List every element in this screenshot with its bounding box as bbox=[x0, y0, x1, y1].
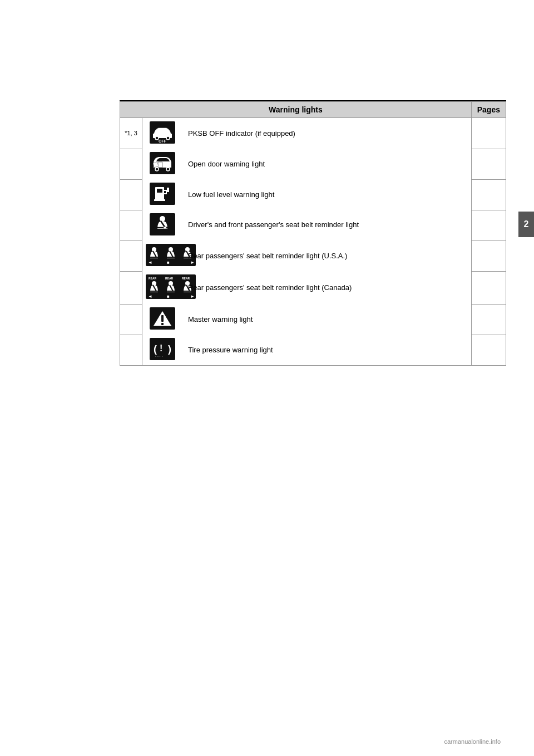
row-note-4 bbox=[120, 210, 142, 240]
row-pages-5 bbox=[471, 240, 506, 271]
row-pages-8 bbox=[471, 335, 506, 366]
row-label-2: Open door warning light bbox=[184, 160, 265, 168]
row-note-2 bbox=[120, 149, 142, 179]
svg-text:REAR: REAR bbox=[149, 277, 157, 280]
row-pages-3 bbox=[471, 179, 506, 210]
row-note-5 bbox=[120, 240, 142, 271]
low-fuel-icon bbox=[146, 183, 179, 207]
pksb-off-icon: OFF bbox=[146, 121, 179, 145]
row-pages-1 bbox=[471, 118, 506, 149]
master-warning-icon bbox=[146, 307, 179, 331]
table-header-col2: Pages bbox=[471, 102, 506, 118]
row-content-7: Master warning light bbox=[142, 304, 471, 335]
row-label-1: PKSB OFF indicator (if equipped) bbox=[184, 129, 295, 138]
svg-text:REAR: REAR bbox=[165, 277, 174, 280]
table-wrapper: Warning lights Pages *1, 3 bbox=[120, 101, 506, 366]
svg-rect-12 bbox=[157, 189, 162, 193]
page-container: Warning lights Pages *1, 3 bbox=[0, 0, 534, 756]
row-label-7: Master warning light bbox=[184, 315, 253, 323]
svg-point-26 bbox=[185, 247, 190, 252]
row-label-5: Rear passengers' seat belt reminder ligh… bbox=[184, 252, 347, 260]
svg-text:· · · ·: · · · · bbox=[155, 355, 163, 359]
row-note-7 bbox=[120, 304, 142, 335]
row-pages-7 bbox=[471, 304, 506, 335]
svg-point-8 bbox=[155, 168, 159, 171]
footnote-1: *1, 3 bbox=[125, 130, 137, 136]
svg-text:(: ( bbox=[154, 343, 157, 355]
row-content-4: Driver's and front passenger's seat belt… bbox=[142, 210, 471, 240]
row-label-6: Rear passengers' seat belt reminder ligh… bbox=[184, 283, 352, 292]
table-row: ◄ ■ ► Rear passengers' seat belt reminde… bbox=[120, 240, 506, 271]
row-pages-2 bbox=[471, 149, 506, 179]
svg-rect-13 bbox=[154, 199, 165, 201]
svg-point-3 bbox=[166, 136, 170, 140]
table-row: Driver's and front passenger's seat belt… bbox=[120, 210, 506, 240]
svg-text:■: ■ bbox=[167, 294, 170, 299]
svg-text:OFF: OFF bbox=[159, 139, 167, 143]
svg-text:): ) bbox=[168, 343, 171, 355]
svg-text:■: ■ bbox=[167, 260, 170, 265]
row-pages-6 bbox=[471, 271, 506, 304]
svg-text:REAR: REAR bbox=[182, 277, 190, 280]
table-row: REAR REAR REAR bbox=[120, 271, 506, 304]
rear-seatbelt-canada-icon: REAR REAR REAR bbox=[146, 274, 179, 301]
svg-point-15 bbox=[160, 216, 165, 222]
table-row: Low fuel level warning light bbox=[120, 179, 506, 210]
svg-rect-50 bbox=[161, 315, 164, 322]
table-row: *1, 3 bbox=[120, 118, 506, 149]
row-label-4: Driver's and front passenger's seat belt… bbox=[184, 220, 359, 230]
svg-point-23 bbox=[169, 247, 173, 252]
svg-rect-6 bbox=[158, 162, 162, 168]
row-content-5: ◄ ■ ► Rear passengers' seat belt reminde… bbox=[142, 240, 471, 271]
tire-pressure-icon: ( ) ! · · · · bbox=[146, 338, 179, 362]
svg-rect-51 bbox=[161, 323, 164, 325]
row-label-3: Low fuel level warning light bbox=[184, 190, 274, 199]
warning-table: Warning lights Pages *1, 3 bbox=[120, 101, 506, 366]
row-content-3: Low fuel level warning light bbox=[142, 179, 471, 210]
row-note-6 bbox=[120, 271, 142, 304]
svg-text:!: ! bbox=[160, 343, 162, 353]
svg-point-20 bbox=[152, 247, 156, 252]
row-content-8: ( ) ! · · · · Tire pressure warning ligh… bbox=[142, 335, 471, 365]
table-row: Open door warning light bbox=[120, 149, 506, 179]
table-row: ( ) ! · · · · Tire pressure warning ligh… bbox=[120, 335, 506, 366]
svg-text:◄: ◄ bbox=[148, 294, 152, 299]
table-row: Master warning light bbox=[120, 304, 506, 335]
row-content-6: REAR REAR REAR bbox=[142, 271, 471, 304]
row-content-2: Open door warning light bbox=[142, 149, 471, 179]
svg-text:◄: ◄ bbox=[148, 260, 152, 265]
rear-seatbelt-usa-icon: ◄ ■ ► bbox=[146, 244, 179, 268]
section-number: 2 bbox=[524, 219, 529, 229]
row-note-8 bbox=[120, 335, 142, 366]
row-note-1: *1, 3 bbox=[120, 118, 142, 149]
svg-text:►: ► bbox=[190, 260, 195, 265]
row-label-8: Tire pressure warning light bbox=[184, 346, 273, 354]
section-tab: 2 bbox=[518, 212, 534, 237]
table-header-col1: Warning lights bbox=[120, 102, 472, 118]
svg-point-36 bbox=[152, 281, 156, 286]
svg-text:►: ► bbox=[190, 294, 195, 299]
open-door-icon bbox=[146, 152, 179, 176]
row-pages-4 bbox=[471, 210, 506, 240]
seatbelt-icon bbox=[146, 213, 179, 237]
svg-point-9 bbox=[166, 168, 170, 171]
row-note-3 bbox=[120, 179, 142, 210]
svg-point-39 bbox=[169, 281, 173, 286]
watermark: carmanualonline.info bbox=[444, 738, 501, 745]
row-content-1: OFF PKSB OFF indicator (if equipped) bbox=[142, 118, 471, 149]
svg-rect-18 bbox=[164, 227, 166, 229]
